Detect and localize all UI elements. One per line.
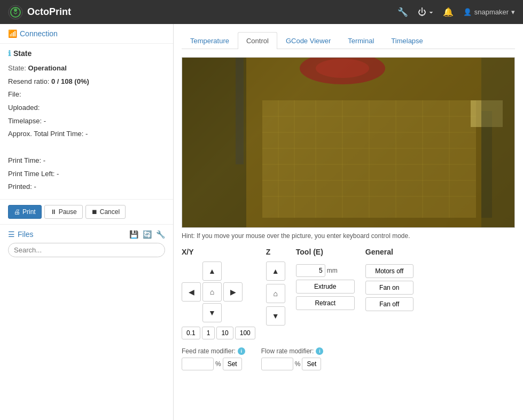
files-header: ☰ Files 💾 🔄 🔧 [8,230,165,239]
flow-rate-set-button[interactable]: Set [302,358,321,370]
rate-modifiers: Feed rate modifier: i % Set Flow rate mo… [182,347,515,370]
approx-time-label: Approx. Total Print Time: [8,130,83,138]
step-100-button[interactable]: 100 [235,327,255,339]
navbar-user[interactable]: 👤 snapmaker ▾ [463,8,515,16]
feed-rate-input[interactable] [182,358,214,370]
uploaded-row: Uploaded: [8,101,165,115]
print-time-value: - [43,156,45,164]
tab-control[interactable]: Control [238,32,277,49]
bell-icon[interactable]: 🔔 [443,7,454,17]
z-grid: ▲ ⌂ ▼ [266,261,285,326]
retract-button[interactable]: Retract [296,296,355,310]
tab-timelapse[interactable]: Timelapse [383,32,431,49]
xy-left-button[interactable]: ◀ [182,282,201,302]
general-column: General Motors off Fan on Fan off [365,248,413,311]
svg-rect-25 [481,58,514,227]
sidebar: 📶 Connection ℹ State State: Operational … [0,24,174,420]
extrude-button[interactable]: Extrude [296,280,355,294]
flow-rate-input[interactable] [261,358,293,370]
xy-empty-bl [182,303,201,322]
refresh-icon[interactable]: 🔄 [143,230,152,239]
tab-gcode-viewer[interactable]: GCode Viewer [277,32,339,49]
xy-home-button[interactable]: ⌂ [202,282,222,302]
navbar: OctoPrint 🔧 ⏻ ▾ 🔔 👤 snapmaker ▾ [0,0,523,24]
printed-row: Printed: - [8,180,165,194]
cancel-icon: ⏹ [91,208,98,216]
files-title[interactable]: ☰ Files [8,230,34,239]
svg-point-20 [316,59,369,78]
state-row: State: Operational [8,62,165,75]
tab-terminal[interactable]: Terminal [339,32,383,49]
z-home-button[interactable]: ⌂ [266,284,285,303]
timelapse-label: Timelapse: [8,117,42,125]
xy-empty-br [223,303,243,322]
search-input[interactable] [8,243,165,257]
printed-label: Printed: [8,183,32,191]
feed-rate-set-button[interactable]: Set [223,358,242,370]
print-button[interactable]: 🖨 Print [8,205,42,219]
xy-right-button[interactable]: ▶ [223,282,243,302]
z-header: Z [266,248,285,256]
timelapse-value: - [44,117,46,125]
state-title: ℹ State [8,49,165,58]
bars-icon: 📶 [8,29,17,38]
xy-empty-tr [223,261,243,281]
xy-up-button[interactable]: ▲ [202,261,222,281]
feed-rate-label: Feed rate modifier: i [182,347,245,355]
file-row: File: [8,88,165,101]
xy-column: X/Y ▲ ◀ ⌂ ▶ ▼ 0.1 1 10 100 [182,248,255,339]
tool-column: Tool (E) mm Extrude Retract [296,248,355,310]
step-1-button[interactable]: 1 [202,327,215,339]
flow-rate-item: Flow rate modifier: i % Set [261,347,324,370]
printed-value: - [34,183,36,191]
step-10-button[interactable]: 10 [216,327,233,339]
xy-step-buttons: 0.1 1 10 100 [182,327,255,339]
resend-row: Resend ratio: 0 / 108 (0%) [8,75,165,89]
print-icon: 🖨 [14,208,20,216]
motors-off-button[interactable]: Motors off [365,264,413,278]
connection-section: 📶 Connection [0,24,173,44]
general-header: General [365,248,413,256]
flow-rate-input-row: % Set [261,358,324,370]
user-dropdown-icon: ▾ [511,8,515,16]
flow-rate-info-icon[interactable]: i [316,347,323,355]
file-label: File: [8,90,21,98]
xy-empty-tl [182,261,201,281]
power-icon[interactable]: ⏻ ▾ [418,7,433,17]
feed-rate-info-icon[interactable]: i [238,347,245,355]
info-icon: ℹ [8,49,11,58]
step-0-1-button[interactable]: 0.1 [182,327,200,339]
files-section: ☰ Files 💾 🔄 🔧 [0,225,173,263]
print-time-left-label: Print Time Left: [8,170,54,178]
print-time-left-value: - [57,170,59,178]
z-down-button[interactable]: ▼ [266,306,285,326]
svg-rect-24 [182,58,246,227]
pause-icon: ⏸ [50,208,57,216]
fan-off-button[interactable]: Fan off [365,297,413,311]
flow-rate-label: Flow rate modifier: i [261,347,324,355]
feed-rate-input-row: % Set [182,358,245,370]
tool-value-input[interactable] [296,264,325,277]
z-up-button[interactable]: ▲ [266,261,285,281]
tools-icon[interactable]: 🔧 [397,7,408,17]
navbar-right: 🔧 ⏻ ▾ 🔔 👤 snapmaker ▾ [397,7,515,17]
xy-grid: ▲ ◀ ⌂ ▶ ▼ [182,261,255,322]
filter-icon[interactable]: 🔧 [156,230,165,239]
pause-button[interactable]: ⏸ Pause [44,205,83,219]
tab-temperature[interactable]: Temperature [182,32,238,49]
state-section: ℹ State State: Operational Resend ratio:… [0,44,173,200]
tool-input-row: mm [296,264,355,277]
tool-header: Tool (E) [296,248,355,256]
connection-title[interactable]: 📶 Connection [8,29,165,38]
fan-on-button[interactable]: Fan on [365,281,413,295]
upload-icon[interactable]: 💾 [129,230,138,239]
tool-unit: mm [327,267,338,274]
xy-down-button[interactable]: ▼ [202,303,222,322]
cancel-button[interactable]: ⏹ Cancel [85,205,126,219]
print-time-left-row: Print Time Left: - [8,168,165,181]
state-info: State: Operational Resend ratio: 0 / 108… [8,62,165,194]
user-icon: 👤 [463,8,472,16]
resend-label: Resend ratio: [8,77,49,85]
navbar-title: OctoPrint [27,6,71,18]
control-sections: X/Y ▲ ◀ ⌂ ▶ ▼ 0.1 1 10 100 [182,248,515,339]
